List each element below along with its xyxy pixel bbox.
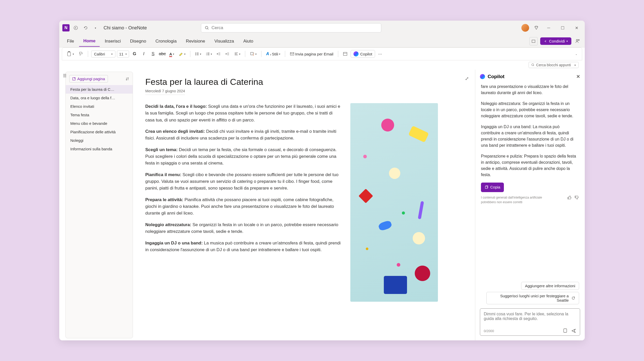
page-list-item[interactable]: Tema festa [66, 111, 133, 119]
minimize-button[interactable]: ─ [544, 23, 554, 33]
copilot-header: Copilot ✕ [475, 70, 585, 84]
paste-button[interactable]: ▾ [65, 50, 75, 58]
svg-rect-16 [343, 52, 347, 55]
font-family-select[interactable]: Calibri▾ [91, 51, 115, 58]
page-list-item[interactable]: Informazioni sulla banda [66, 145, 133, 153]
mode-switch-button[interactable] [529, 37, 538, 45]
tab-draw[interactable]: Disegno [126, 36, 150, 46]
fullscreen-icon[interactable]: ⤢ [465, 76, 469, 81]
page-list-item[interactable]: Festa per la laurea di C… [66, 85, 133, 94]
svg-point-9 [196, 55, 196, 55]
svg-point-17 [532, 64, 534, 66]
font-size-select[interactable]: 11▾ [117, 51, 129, 58]
page-list-item[interactable]: Menu cibo e bevande [66, 119, 133, 128]
tab-history[interactable]: Cronologia [151, 36, 181, 46]
copilot-logo-icon [353, 51, 359, 56]
window-title: Chi siamo - OneNote [104, 25, 147, 31]
page-canvas[interactable]: ⤢ Festa per la laurea di Caterina Mercol… [133, 70, 475, 340]
send-button[interactable] [571, 328, 576, 333]
indent-button[interactable] [224, 51, 231, 57]
copilot-ribbon-button[interactable]: Copilot [351, 50, 375, 58]
account-manager-icon[interactable] [574, 38, 581, 45]
page-list-panel: Aggiungi pagina Festa per la laurea di C… [65, 72, 133, 338]
diamond-icon[interactable] [533, 24, 540, 31]
email-page-button[interactable]: Invia pagina per Email [288, 51, 335, 57]
copilot-textarea[interactable] [484, 312, 576, 326]
page-text[interactable]: Decidi la data, l'ora e il luogo: Scegli… [145, 103, 341, 302]
suggestion-chip[interactable]: Aggiungere altre informazioni [521, 282, 579, 290]
close-button[interactable]: ✕ [571, 23, 582, 33]
customize-qat-button[interactable]: ▾ [92, 24, 99, 31]
svg-rect-13 [251, 52, 253, 55]
svg-text:*: * [253, 52, 254, 55]
app-window: N ▾ Chi siamo - OneNote ─ ☐ ✕ File Home … [59, 21, 585, 340]
share-button[interactable]: Condividi ▾ [540, 37, 571, 45]
suggestion-chip[interactable]: Suggerisci luoghi unici per festeggiare … [486, 292, 579, 304]
svg-rect-20 [564, 329, 567, 332]
undo-button[interactable] [82, 24, 89, 31]
svg-rect-2 [532, 40, 535, 43]
underline-button[interactable]: S [149, 50, 157, 58]
strikethrough-button[interactable]: abc [158, 50, 166, 58]
svg-point-1 [205, 26, 208, 29]
font-color-button[interactable]: A ▾ [168, 51, 176, 57]
notebook-search[interactable]: Cerca blocchi appunti ▾ [529, 62, 579, 68]
main-content: Aggiungi pagina Festa per la laurea di C… [59, 70, 585, 340]
tab-home[interactable]: Home [79, 36, 99, 47]
refresh-icon [571, 296, 575, 300]
tab-review[interactable]: Revisione [182, 36, 209, 46]
thumbs-down-icon[interactable] [574, 195, 579, 200]
ribbon-collapse-button[interactable]: ⌄ [574, 52, 579, 56]
back-button[interactable] [72, 24, 79, 31]
ribbon-more-button[interactable]: ⋯ [377, 51, 384, 57]
maximize-button[interactable]: ☐ [557, 23, 568, 33]
page-list-item[interactable]: Data, ora e luogo della f… [66, 94, 133, 102]
svg-rect-6 [68, 51, 70, 52]
bullets-button[interactable]: ▾ [193, 51, 203, 57]
search-icon [205, 26, 209, 30]
styles-button[interactable]: Aᵧ Stili ▾ [265, 51, 282, 57]
bold-button[interactable]: G [131, 50, 138, 58]
tab-help[interactable]: Aiuto [239, 36, 258, 46]
ribbon-toolbar: ▾ Calibri▾ 11▾ G I S abc A ▾ ▾ ▾ 123 [62, 47, 582, 60]
align-button[interactable]: ▾ [233, 51, 242, 57]
tab-insert[interactable]: Inserisci [101, 36, 125, 46]
copilot-logo-icon [480, 74, 485, 79]
copilot-close-button[interactable]: ✕ [576, 74, 580, 79]
tab-file[interactable]: File [63, 36, 78, 46]
tab-view[interactable]: Visualizza [210, 36, 238, 46]
thumbs-up-icon[interactable] [567, 195, 572, 200]
tag-button[interactable]: * ▾ [248, 51, 258, 57]
page-list-item[interactable]: Pianificazione delle attività [66, 128, 133, 136]
italic-button[interactable]: I [140, 50, 148, 58]
sub-toolbar: ☰ Cerca blocchi appunti ▾ [59, 60, 585, 70]
outdent-button[interactable] [215, 51, 222, 57]
highlight-button[interactable]: ▾ [177, 51, 187, 57]
prompt-guide-icon[interactable] [563, 328, 567, 333]
page-list-item[interactable]: Elenco invitati [66, 102, 133, 111]
copilot-response: fare una presentazione o visualizzare le… [475, 84, 585, 279]
copy-button[interactable]: Copia [481, 183, 504, 192]
search-box[interactable] [201, 23, 381, 32]
user-avatar[interactable] [521, 24, 529, 32]
numbering-button[interactable]: 123 ▾ [204, 51, 214, 57]
page-title[interactable]: Festa per la laurea di Caterina [145, 77, 463, 87]
page-list-item[interactable]: Noleggi [66, 136, 133, 145]
titlebar: N ▾ Chi siamo - OneNote ─ ☐ ✕ [59, 21, 585, 35]
copilot-input-box[interactable]: 0/2000 [480, 308, 580, 336]
nav-toggle-icon[interactable]: ☰ [63, 73, 66, 78]
party-image [350, 103, 438, 302]
svg-point-8 [196, 54, 196, 54]
format-painter-button[interactable] [77, 51, 85, 57]
svg-point-4 [578, 39, 579, 40]
meeting-details-button[interactable] [341, 51, 349, 57]
ribbon-tabs: File Home Inserisci Disegno Cronologia R… [59, 35, 585, 47]
suggestion-chips: Aggiungere altre informazioni Suggerisci… [475, 279, 585, 307]
search-input[interactable] [211, 25, 377, 30]
svg-text:3: 3 [206, 54, 207, 56]
sort-pages-button[interactable] [125, 77, 129, 81]
add-page-button[interactable]: Aggiungi pagina [69, 75, 108, 83]
page-date: Mercoledì 7 giugno 2024 [145, 89, 185, 95]
svg-point-7 [196, 53, 196, 53]
svg-rect-5 [67, 52, 71, 56]
